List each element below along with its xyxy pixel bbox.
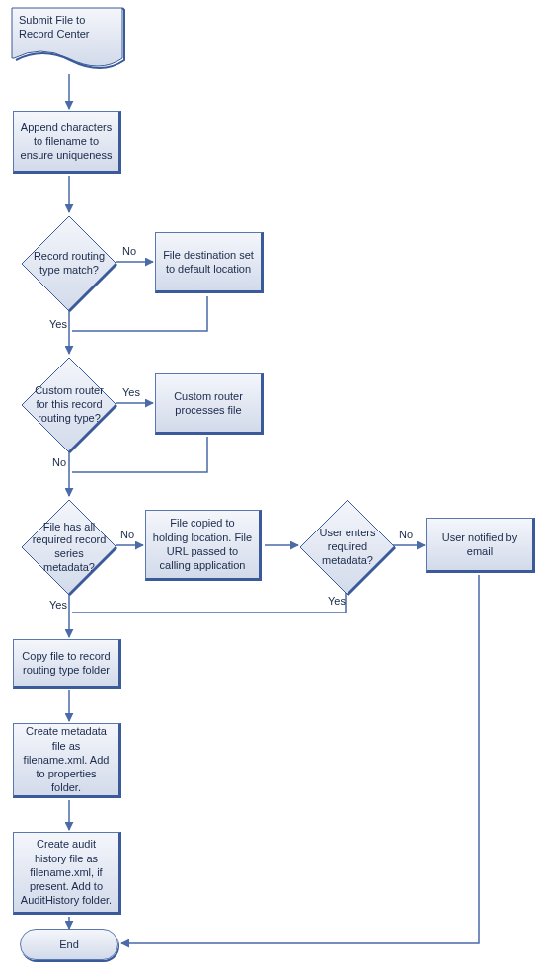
router-processes-label: Custom router processes file bbox=[162, 389, 255, 418]
copied-holding-process: File copied to holding location. File UR… bbox=[145, 510, 262, 581]
end-terminator: End bbox=[20, 929, 118, 960]
create-metadata-label: Create metadata file as filename.xml. Ad… bbox=[20, 724, 113, 794]
create-audit-label: Create audit history file as filename.xm… bbox=[20, 837, 113, 907]
route-match-label: Record routing type match? bbox=[30, 250, 109, 278]
custom-router-decision: Custom router for this record routing ty… bbox=[20, 356, 118, 454]
copied-holding-label: File copied to holding location. File UR… bbox=[152, 516, 253, 572]
edge-label-yes2: Yes bbox=[122, 386, 140, 398]
edge-label-no: No bbox=[122, 245, 136, 257]
create-audit-process: Create audit history file as filename.xm… bbox=[13, 832, 121, 915]
custom-router-label: Custom router for this record routing ty… bbox=[30, 384, 109, 425]
append-process: Append characters to filename to ensure … bbox=[13, 111, 121, 174]
user-enters-decision: User enters required metadata? bbox=[298, 498, 397, 597]
create-metadata-process: Create metadata file as filename.xml. Ad… bbox=[13, 723, 121, 798]
edge-label-yes4: Yes bbox=[328, 595, 346, 607]
router-processes-process: Custom router processes file bbox=[155, 373, 264, 435]
edge-label-yes3: Yes bbox=[49, 599, 67, 611]
flowchart-canvas: Submit File to Record Center Append char… bbox=[0, 0, 542, 980]
copy-folder-process: Copy file to record routing type folder bbox=[13, 639, 121, 689]
default-location-label: File destination set to default location bbox=[162, 248, 255, 277]
start-node: Submit File to Record Center bbox=[11, 7, 125, 76]
edge-label-no2: No bbox=[52, 456, 66, 468]
copy-folder-label: Copy file to record routing type folder bbox=[20, 649, 113, 678]
edge-label-no4: No bbox=[399, 529, 413, 540]
has-metadata-decision: File has all required record series meta… bbox=[20, 498, 118, 597]
user-notified-label: User notified by email bbox=[433, 531, 526, 559]
route-match-decision: Record routing type match? bbox=[20, 214, 118, 313]
append-label: Append characters to filename to ensure … bbox=[20, 121, 113, 163]
end-label: End bbox=[59, 939, 79, 950]
default-location-process: File destination set to default location bbox=[155, 232, 264, 293]
user-enters-label: User enters required metadata? bbox=[308, 527, 387, 567]
has-metadata-label: File has all required record series meta… bbox=[30, 521, 109, 575]
start-label: Submit File to Record Center bbox=[19, 13, 117, 41]
edge-label-no3: No bbox=[120, 529, 134, 540]
edge-label-yes: Yes bbox=[49, 318, 67, 330]
user-notified-process: User notified by email bbox=[426, 518, 535, 573]
